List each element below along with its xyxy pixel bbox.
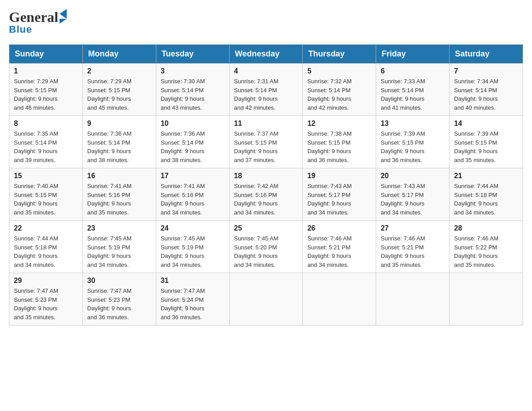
column-header-saturday: Saturday	[450, 45, 523, 64]
calendar-day-cell: 19 Sunrise: 7:43 AMSunset: 5:17 PMDaylig…	[303, 168, 376, 221]
day-number: 8	[14, 120, 78, 128]
calendar-day-cell: 2 Sunrise: 7:29 AMSunset: 5:15 PMDayligh…	[82, 64, 156, 116]
calendar-day-cell: 22 Sunrise: 7:44 AMSunset: 5:18 PMDaylig…	[9, 221, 83, 273]
day-info: Sunrise: 7:45 AMSunset: 5:20 PMDaylight:…	[234, 235, 279, 268]
column-header-sunday: Sunday	[9, 45, 83, 64]
calendar-day-cell: 3 Sunrise: 7:30 AMSunset: 5:14 PMDayligh…	[156, 64, 229, 116]
day-number: 20	[381, 172, 445, 180]
day-number: 2	[87, 67, 151, 75]
day-number: 5	[307, 67, 371, 75]
day-number: 27	[381, 224, 445, 232]
day-number: 1	[14, 67, 78, 75]
calendar-day-cell: 16 Sunrise: 7:41 AMSunset: 5:16 PMDaylig…	[82, 168, 156, 221]
day-number: 23	[87, 224, 151, 232]
calendar-header-row: SundayMondayTuesdayWednesdayThursdayFrid…	[9, 45, 523, 64]
day-number: 29	[14, 277, 78, 285]
day-info: Sunrise: 7:38 AMSunset: 5:15 PMDaylight:…	[307, 130, 352, 163]
day-info: Sunrise: 7:29 AMSunset: 5:15 PMDaylight:…	[87, 78, 132, 111]
logo-wrap: General	[9, 9, 67, 26]
day-info: Sunrise: 7:33 AMSunset: 5:14 PMDaylight:…	[381, 78, 425, 111]
calendar-day-cell: 30 Sunrise: 7:47 AMSunset: 5:23 PMDaylig…	[82, 273, 156, 325]
column-header-thursday: Thursday	[303, 45, 376, 64]
day-number: 9	[87, 120, 151, 128]
day-info: Sunrise: 7:32 AMSunset: 5:14 PMDaylight:…	[307, 78, 352, 111]
day-number: 7	[454, 67, 518, 75]
day-number: 31	[161, 277, 225, 285]
day-info: Sunrise: 7:46 AMSunset: 5:22 PMDaylight:…	[454, 235, 498, 268]
calendar-day-cell: 28 Sunrise: 7:46 AMSunset: 5:22 PMDaylig…	[450, 221, 523, 273]
day-number: 3	[161, 67, 225, 75]
calendar-day-cell: 17 Sunrise: 7:41 AMSunset: 5:16 PMDaylig…	[156, 168, 229, 221]
day-number: 4	[234, 67, 298, 75]
calendar-week-row: 29 Sunrise: 7:47 AMSunset: 5:23 PMDaylig…	[9, 273, 523, 325]
calendar-day-cell: 18 Sunrise: 7:42 AMSunset: 5:16 PMDaylig…	[229, 168, 303, 221]
calendar-table: SundayMondayTuesdayWednesdayThursdayFrid…	[9, 44, 523, 325]
calendar-week-row: 22 Sunrise: 7:44 AMSunset: 5:18 PMDaylig…	[9, 221, 523, 273]
logo-triangle-top	[60, 9, 67, 19]
calendar-day-cell: 26 Sunrise: 7:46 AMSunset: 5:21 PMDaylig…	[303, 221, 376, 273]
calendar-empty-cell	[450, 273, 523, 325]
day-info: Sunrise: 7:35 AMSunset: 5:14 PMDaylight:…	[14, 130, 58, 163]
calendar-day-cell: 8 Sunrise: 7:35 AMSunset: 5:14 PMDayligh…	[9, 116, 83, 168]
day-info: Sunrise: 7:47 AMSunset: 5:23 PMDaylight:…	[87, 287, 132, 321]
day-number: 18	[234, 172, 298, 180]
day-number: 10	[161, 120, 225, 128]
calendar-empty-cell	[229, 273, 303, 325]
day-number: 17	[161, 172, 225, 180]
day-number: 25	[234, 224, 298, 232]
calendar-day-cell: 1 Sunrise: 7:29 AMSunset: 5:15 PMDayligh…	[9, 64, 83, 116]
day-number: 13	[381, 120, 445, 128]
day-info: Sunrise: 7:41 AMSunset: 5:16 PMDaylight:…	[87, 183, 132, 216]
day-number: 14	[454, 120, 518, 128]
day-info: Sunrise: 7:40 AMSunset: 5:15 PMDaylight:…	[14, 183, 58, 216]
calendar-day-cell: 25 Sunrise: 7:45 AMSunset: 5:20 PMDaylig…	[229, 221, 303, 273]
day-info: Sunrise: 7:39 AMSunset: 5:15 PMDaylight:…	[381, 130, 425, 163]
day-info: Sunrise: 7:31 AMSunset: 5:14 PMDaylight:…	[234, 78, 279, 111]
day-info: Sunrise: 7:34 AMSunset: 5:14 PMDaylight:…	[454, 78, 498, 111]
column-header-friday: Friday	[376, 45, 450, 64]
day-info: Sunrise: 7:47 AMSunset: 5:23 PMDaylight:…	[14, 287, 58, 321]
calendar-day-cell: 13 Sunrise: 7:39 AMSunset: 5:15 PMDaylig…	[376, 116, 450, 168]
day-number: 15	[14, 172, 78, 180]
day-info: Sunrise: 7:30 AMSunset: 5:14 PMDaylight:…	[161, 78, 205, 111]
day-info: Sunrise: 7:44 AMSunset: 5:18 PMDaylight:…	[454, 183, 498, 216]
logo-triangle-bottom	[60, 19, 67, 24]
day-info: Sunrise: 7:37 AMSunset: 5:15 PMDaylight:…	[234, 130, 279, 163]
day-info: Sunrise: 7:45 AMSunset: 5:19 PMDaylight:…	[161, 235, 205, 268]
day-info: Sunrise: 7:36 AMSunset: 5:14 PMDaylight:…	[87, 130, 132, 163]
logo-blue-text: Blue	[9, 24, 32, 35]
day-info: Sunrise: 7:41 AMSunset: 5:16 PMDaylight:…	[161, 183, 205, 216]
calendar-empty-cell	[376, 273, 450, 325]
calendar-day-cell: 14 Sunrise: 7:39 AMSunset: 5:15 PMDaylig…	[450, 116, 523, 168]
day-info: Sunrise: 7:39 AMSunset: 5:15 PMDaylight:…	[454, 130, 498, 163]
calendar-day-cell: 6 Sunrise: 7:33 AMSunset: 5:14 PMDayligh…	[376, 64, 450, 116]
calendar-day-cell: 5 Sunrise: 7:32 AMSunset: 5:14 PMDayligh…	[303, 64, 376, 116]
day-number: 30	[87, 277, 151, 285]
calendar-day-cell: 20 Sunrise: 7:43 AMSunset: 5:17 PMDaylig…	[376, 168, 450, 221]
day-info: Sunrise: 7:29 AMSunset: 5:15 PMDaylight:…	[14, 78, 58, 111]
day-info: Sunrise: 7:43 AMSunset: 5:17 PMDaylight:…	[307, 183, 352, 216]
day-number: 12	[307, 120, 371, 128]
day-info: Sunrise: 7:42 AMSunset: 5:16 PMDaylight:…	[234, 183, 279, 216]
day-info: Sunrise: 7:45 AMSunset: 5:19 PMDaylight:…	[87, 235, 132, 268]
logo-general-text: General	[9, 9, 58, 26]
calendar-day-cell: 7 Sunrise: 7:34 AMSunset: 5:14 PMDayligh…	[450, 64, 523, 116]
calendar-day-cell: 12 Sunrise: 7:38 AMSunset: 5:15 PMDaylig…	[303, 116, 376, 168]
logo-area: General Blue	[9, 9, 67, 35]
day-number: 19	[307, 172, 371, 180]
day-info: Sunrise: 7:44 AMSunset: 5:18 PMDaylight:…	[14, 235, 58, 268]
page-header: General Blue	[9, 9, 523, 35]
day-number: 26	[307, 224, 371, 232]
calendar-empty-cell	[303, 273, 376, 325]
calendar-day-cell: 31 Sunrise: 7:47 AMSunset: 5:24 PMDaylig…	[156, 273, 229, 325]
calendar-week-row: 15 Sunrise: 7:40 AMSunset: 5:15 PMDaylig…	[9, 168, 523, 221]
day-info: Sunrise: 7:36 AMSunset: 5:14 PMDaylight:…	[161, 130, 205, 163]
day-number: 6	[381, 67, 445, 75]
column-header-tuesday: Tuesday	[156, 45, 229, 64]
calendar-day-cell: 27 Sunrise: 7:46 AMSunset: 5:21 PMDaylig…	[376, 221, 450, 273]
day-number: 24	[161, 224, 225, 232]
day-info: Sunrise: 7:46 AMSunset: 5:21 PMDaylight:…	[307, 235, 352, 268]
day-info: Sunrise: 7:47 AMSunset: 5:24 PMDaylight:…	[161, 287, 205, 321]
column-header-wednesday: Wednesday	[229, 45, 303, 64]
day-info: Sunrise: 7:43 AMSunset: 5:17 PMDaylight:…	[381, 183, 425, 216]
